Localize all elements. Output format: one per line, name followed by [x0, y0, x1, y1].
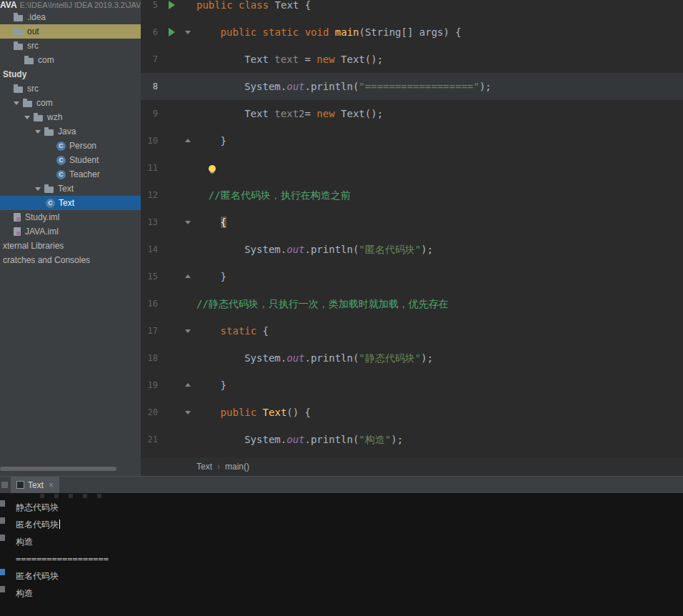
code-token: out: [286, 244, 304, 255]
code-token: new: [316, 108, 334, 119]
code-token: [256, 26, 262, 38]
tree-item-student[interactable]: Student: [0, 153, 141, 167]
expand-arrow-icon[interactable]: [14, 101, 19, 105]
tool-window-icon[interactable]: [1, 482, 8, 488]
expand-arrow-icon[interactable]: [24, 116, 30, 119]
code-editor[interactable]: 5public class Text {6public static void …: [141, 0, 683, 457]
line-number[interactable]: 19: [141, 372, 158, 399]
line-number[interactable]: 17: [141, 317, 158, 344]
code-line-10[interactable]: 10}: [141, 127, 683, 154]
fold-open-icon[interactable]: [185, 329, 191, 333]
tree-item-com[interactable]: com: [0, 96, 141, 110]
code-line-7[interactable]: 7Text text = new Text();: [141, 46, 683, 73]
code-line-21[interactable]: 21System.out.println("构造");: [141, 426, 683, 453]
code-token: Text: [244, 54, 274, 65]
breadcrumb-class[interactable]: Text: [196, 462, 212, 472]
tree-item-teacher[interactable]: Teacher: [0, 167, 141, 182]
line-number[interactable]: 9: [141, 100, 158, 127]
folder-icon: [14, 15, 23, 21]
code-line-16[interactable]: 16//静态代码块，只执行一次，类加载时就加载，优先存在: [141, 290, 683, 317]
tree-item-java-iml[interactable]: JAVA.iml: [0, 224, 141, 239]
tree-item-src[interactable]: src: [0, 81, 141, 96]
tree-item-cratches-and-consoles[interactable]: cratches and Consoles: [0, 253, 141, 267]
folder-icon: [34, 115, 43, 121]
line-number[interactable]: 12: [141, 182, 158, 209]
code-line-17[interactable]: 17static {: [141, 317, 683, 344]
tree-item-text[interactable]: Text: [0, 196, 141, 210]
code-token: .println(: [305, 244, 359, 255]
line-number[interactable]: 7: [141, 46, 158, 73]
code-token: //静态代码块，只执行一次，类加载时就加载，优先存在: [196, 298, 449, 309]
line-number[interactable]: 6: [141, 19, 158, 46]
code-token: Text: [263, 407, 287, 418]
line-number[interactable]: 15: [141, 263, 158, 290]
code-token: [256, 407, 262, 418]
tree-item-wzh[interactable]: wzh: [0, 110, 141, 124]
code-line-15[interactable]: 15}: [141, 263, 683, 290]
tab-close-icon[interactable]: ×: [49, 480, 54, 490]
expand-arrow-icon[interactable]: [35, 187, 41, 191]
code-line-6[interactable]: 6public static void main(String[] args) …: [141, 19, 683, 46]
line-number[interactable]: 14: [141, 236, 158, 263]
code-lines: 5public class Text {6public static void …: [141, 0, 683, 453]
console-text: 静态代码块: [16, 502, 59, 512]
class-icon: [56, 141, 66, 151]
run-tab[interactable]: Text ×: [11, 477, 59, 494]
file-icon: [14, 227, 21, 236]
fold-close-icon[interactable]: [185, 139, 191, 142]
line-number[interactable]: 20: [141, 399, 158, 426]
run-button-icon[interactable]: [169, 1, 175, 9]
code-line-19[interactable]: 19}: [141, 372, 683, 399]
run-panel-tabbar: Text ×: [0, 476, 683, 493]
code-token: //匿名代码块，执行在构造之前: [209, 189, 351, 201]
code-line-20[interactable]: 20public Text() {: [141, 399, 683, 426]
run-console[interactable]: 静态代码块匿名代码块构造==================匿名代码块构造: [0, 493, 683, 616]
tree-item-com[interactable]: com: [0, 53, 141, 67]
tree-item-text[interactable]: Text: [0, 182, 141, 196]
tree-item-java[interactable]: Java: [0, 124, 141, 139]
breadcrumb-method[interactable]: main(): [225, 462, 249, 472]
scrollbar-thumb[interactable]: [0, 467, 116, 471]
expand-arrow-icon[interactable]: [35, 130, 41, 134]
line-number[interactable]: 5: [141, 0, 158, 19]
code-text: Text text2= new Text();: [196, 100, 683, 127]
line-number[interactable]: 18: [141, 344, 158, 372]
run-button-icon[interactable]: [169, 28, 175, 36]
code-line-8[interactable]: 8System.out.println("=================="…: [141, 73, 683, 100]
code-line-13[interactable]: 13{: [141, 209, 683, 236]
file-icon: [14, 213, 21, 222]
line-number[interactable]: 21: [141, 426, 158, 453]
console-text: 匿名代码块: [16, 571, 59, 581]
fold-close-icon[interactable]: [185, 274, 191, 278]
fold-open-icon[interactable]: [185, 221, 191, 224]
line-number[interactable]: 16: [141, 290, 158, 317]
tree-item-idea[interactable]: .idea: [0, 10, 141, 24]
tree-item-study[interactable]: Study: [0, 67, 141, 81]
project-tree-panel[interactable]: AVA E:\IDEA\IntelliJ IDEA 2019.3.2\JAVA …: [0, 0, 141, 476]
tree-item-person[interactable]: Person: [0, 139, 141, 153]
tree-item-out[interactable]: out: [0, 24, 141, 39]
code-line-12[interactable]: 12//匿名代码块，执行在构造之前: [141, 182, 683, 209]
line-number[interactable]: 13: [141, 209, 158, 236]
line-number[interactable]: 8: [141, 73, 158, 100]
intention-bulb-icon[interactable]: [209, 165, 216, 172]
tree-item-label: Student: [69, 155, 99, 165]
line-number[interactable]: 10: [141, 127, 158, 154]
tree-item-xternal-libraries[interactable]: xternal Libraries: [0, 239, 141, 253]
sidebar-horizontal-scrollbar[interactable]: [0, 465, 141, 472]
code-text: }: [196, 372, 683, 399]
code-line-14[interactable]: 14System.out.println("匿名代码块");: [141, 236, 683, 263]
tree-item-study-iml[interactable]: Study.iml: [0, 210, 141, 224]
code-line-11[interactable]: 11: [141, 154, 683, 182]
fold-close-icon[interactable]: [185, 383, 191, 387]
tree-root-java[interactable]: AVA E:\IDEA\IntelliJ IDEA 2019.3.2\JAVA: [0, 0, 141, 10]
code-text: System.out.println("匿名代码块");: [196, 236, 683, 263]
code-text: //匿名代码块，执行在构造之前: [196, 182, 683, 209]
fold-open-icon[interactable]: [185, 411, 191, 414]
fold-open-icon[interactable]: [185, 31, 191, 34]
line-number[interactable]: 11: [141, 154, 158, 182]
code-line-18[interactable]: 18System.out.println("静态代码块");: [141, 344, 683, 372]
code-line-5[interactable]: 5public class Text {: [141, 0, 683, 19]
tree-item-src[interactable]: src: [0, 39, 141, 53]
code-line-9[interactable]: 9Text text2= new Text();: [141, 100, 683, 127]
